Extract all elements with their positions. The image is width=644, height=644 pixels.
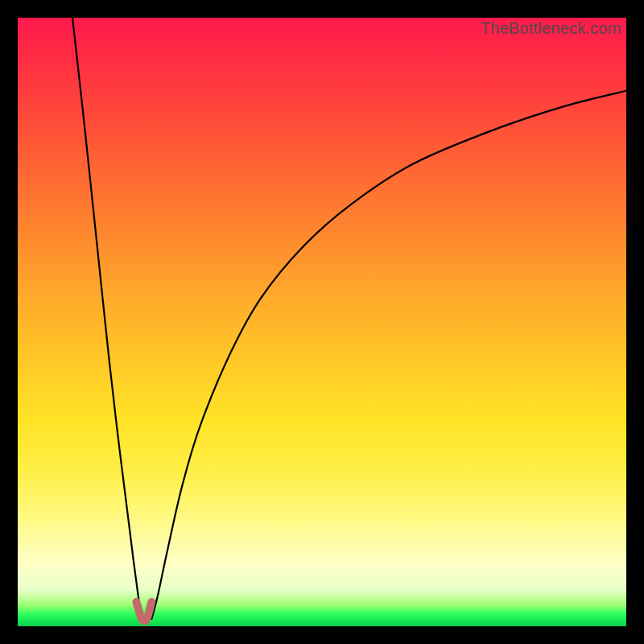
plot-area: TheBottleneck.com <box>18 18 626 626</box>
bottleneck-curve <box>72 18 626 621</box>
attribution-text: TheBottleneck.com <box>481 19 621 38</box>
curve-layer <box>18 18 626 626</box>
chart-frame: TheBottleneck.com <box>0 0 644 644</box>
dip-marker-path <box>136 602 151 621</box>
right-branch-path <box>151 91 626 619</box>
left-branch-path <box>72 18 142 619</box>
